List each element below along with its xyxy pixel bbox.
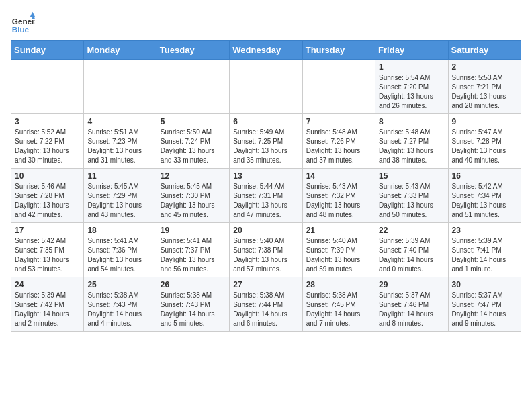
day-cell: 6Sunrise: 5:49 AM Sunset: 7:25 PM Daylig… <box>230 114 302 169</box>
day-cell <box>11 60 84 114</box>
day-info: Sunrise: 5:46 AM Sunset: 7:28 PM Dayligh… <box>15 182 80 220</box>
day-cell: 19Sunrise: 5:41 AM Sunset: 7:37 PM Dayli… <box>157 223 229 277</box>
day-info: Sunrise: 5:45 AM Sunset: 7:30 PM Dayligh… <box>161 182 226 220</box>
day-number: 18 <box>87 226 152 235</box>
weekday-header-sunday: Sunday <box>11 41 84 60</box>
day-cell: 10Sunrise: 5:46 AM Sunset: 7:28 PM Dayli… <box>11 169 84 223</box>
week-row-5: 24Sunrise: 5:39 AM Sunset: 7:42 PM Dayli… <box>11 277 521 332</box>
day-info: Sunrise: 5:53 AM Sunset: 7:21 PM Dayligh… <box>452 73 517 111</box>
weekday-header-wednesday: Wednesday <box>230 41 302 60</box>
logo-icon: General Blue <box>11 11 35 35</box>
day-cell: 22Sunrise: 5:39 AM Sunset: 7:40 PM Dayli… <box>375 223 448 277</box>
day-cell: 29Sunrise: 5:37 AM Sunset: 7:46 PM Dayli… <box>375 277 448 332</box>
day-cell: 21Sunrise: 5:40 AM Sunset: 7:39 PM Dayli… <box>302 223 375 277</box>
day-info: Sunrise: 5:41 AM Sunset: 7:37 PM Dayligh… <box>161 236 226 274</box>
day-info: Sunrise: 5:54 AM Sunset: 7:20 PM Dayligh… <box>379 73 444 111</box>
day-number: 17 <box>15 226 80 235</box>
day-cell: 24Sunrise: 5:39 AM Sunset: 7:42 PM Dayli… <box>11 277 84 332</box>
day-cell: 23Sunrise: 5:39 AM Sunset: 7:41 PM Dayli… <box>448 223 521 277</box>
weekday-header-friday: Friday <box>375 41 448 60</box>
day-number: 19 <box>161 226 226 235</box>
day-info: Sunrise: 5:41 AM Sunset: 7:36 PM Dayligh… <box>87 236 152 274</box>
day-cell: 5Sunrise: 5:50 AM Sunset: 7:24 PM Daylig… <box>157 114 229 169</box>
week-row-3: 10Sunrise: 5:46 AM Sunset: 7:28 PM Dayli… <box>11 169 521 223</box>
day-cell: 18Sunrise: 5:41 AM Sunset: 7:36 PM Dayli… <box>84 223 157 277</box>
calendar-table: SundayMondayTuesdayWednesdayThursdayFrid… <box>11 40 521 332</box>
day-number: 26 <box>161 280 226 289</box>
day-cell: 12Sunrise: 5:45 AM Sunset: 7:30 PM Dayli… <box>157 169 229 223</box>
day-info: Sunrise: 5:37 AM Sunset: 7:47 PM Dayligh… <box>452 291 517 328</box>
day-number: 28 <box>306 280 371 289</box>
day-info: Sunrise: 5:39 AM Sunset: 7:40 PM Dayligh… <box>379 236 444 274</box>
day-number: 1 <box>379 62 444 72</box>
day-number: 23 <box>452 226 517 235</box>
day-info: Sunrise: 5:39 AM Sunset: 7:41 PM Dayligh… <box>452 236 517 274</box>
day-cell: 28Sunrise: 5:38 AM Sunset: 7:45 PM Dayli… <box>302 277 375 332</box>
day-info: Sunrise: 5:43 AM Sunset: 7:32 PM Dayligh… <box>306 182 371 220</box>
day-number: 22 <box>379 226 444 235</box>
day-cell: 27Sunrise: 5:38 AM Sunset: 7:44 PM Dayli… <box>230 277 302 332</box>
day-cell: 26Sunrise: 5:38 AM Sunset: 7:43 PM Dayli… <box>157 277 229 332</box>
day-number: 3 <box>15 117 80 126</box>
day-cell: 15Sunrise: 5:43 AM Sunset: 7:33 PM Dayli… <box>375 169 448 223</box>
day-info: Sunrise: 5:48 AM Sunset: 7:27 PM Dayligh… <box>379 128 444 165</box>
day-cell: 4Sunrise: 5:51 AM Sunset: 7:23 PM Daylig… <box>84 114 157 169</box>
day-number: 14 <box>306 171 371 181</box>
day-number: 7 <box>306 117 371 126</box>
week-row-1: 1Sunrise: 5:54 AM Sunset: 7:20 PM Daylig… <box>11 60 521 114</box>
day-number: 30 <box>452 280 517 289</box>
day-cell: 1Sunrise: 5:54 AM Sunset: 7:20 PM Daylig… <box>375 60 448 114</box>
day-number: 4 <box>87 117 152 126</box>
day-number: 6 <box>233 117 298 126</box>
weekday-header-thursday: Thursday <box>302 41 375 60</box>
day-cell: 3Sunrise: 5:52 AM Sunset: 7:22 PM Daylig… <box>11 114 84 169</box>
day-number: 12 <box>161 171 226 181</box>
day-info: Sunrise: 5:44 AM Sunset: 7:31 PM Dayligh… <box>233 182 298 220</box>
day-cell <box>157 60 229 114</box>
day-number: 25 <box>87 280 152 289</box>
day-number: 13 <box>233 171 298 181</box>
day-cell <box>230 60 302 114</box>
day-number: 2 <box>452 62 517 72</box>
day-cell: 13Sunrise: 5:44 AM Sunset: 7:31 PM Dayli… <box>230 169 302 223</box>
day-cell: 20Sunrise: 5:40 AM Sunset: 7:38 PM Dayli… <box>230 223 302 277</box>
day-info: Sunrise: 5:50 AM Sunset: 7:24 PM Dayligh… <box>161 128 226 165</box>
day-cell: 9Sunrise: 5:47 AM Sunset: 7:28 PM Daylig… <box>448 114 521 169</box>
day-info: Sunrise: 5:38 AM Sunset: 7:43 PM Dayligh… <box>161 291 226 328</box>
day-info: Sunrise: 5:43 AM Sunset: 7:33 PM Dayligh… <box>379 182 444 220</box>
day-info: Sunrise: 5:52 AM Sunset: 7:22 PM Dayligh… <box>15 128 80 165</box>
day-info: Sunrise: 5:38 AM Sunset: 7:45 PM Dayligh… <box>306 291 371 328</box>
day-cell: 7Sunrise: 5:48 AM Sunset: 7:26 PM Daylig… <box>302 114 375 169</box>
day-number: 15 <box>379 171 444 181</box>
day-info: Sunrise: 5:38 AM Sunset: 7:44 PM Dayligh… <box>233 291 298 328</box>
day-number: 5 <box>161 117 226 126</box>
day-info: Sunrise: 5:39 AM Sunset: 7:42 PM Dayligh… <box>15 291 80 328</box>
day-number: 20 <box>233 226 298 235</box>
day-info: Sunrise: 5:38 AM Sunset: 7:43 PM Dayligh… <box>87 291 152 328</box>
day-info: Sunrise: 5:40 AM Sunset: 7:39 PM Dayligh… <box>306 236 371 274</box>
weekday-header-saturday: Saturday <box>448 41 521 60</box>
day-info: Sunrise: 5:48 AM Sunset: 7:26 PM Dayligh… <box>306 128 371 165</box>
day-number: 16 <box>452 171 517 181</box>
day-cell: 8Sunrise: 5:48 AM Sunset: 7:27 PM Daylig… <box>375 114 448 169</box>
svg-marker-2 <box>30 12 35 17</box>
day-number: 8 <box>379 117 444 126</box>
day-info: Sunrise: 5:47 AM Sunset: 7:28 PM Dayligh… <box>452 128 517 165</box>
day-cell: 16Sunrise: 5:42 AM Sunset: 7:34 PM Dayli… <box>448 169 521 223</box>
day-number: 9 <box>452 117 517 126</box>
day-number: 29 <box>379 280 444 289</box>
week-row-2: 3Sunrise: 5:52 AM Sunset: 7:22 PM Daylig… <box>11 114 521 169</box>
day-info: Sunrise: 5:42 AM Sunset: 7:35 PM Dayligh… <box>15 236 80 274</box>
svg-text:Blue: Blue <box>12 25 30 34</box>
day-info: Sunrise: 5:42 AM Sunset: 7:34 PM Dayligh… <box>452 182 517 220</box>
day-number: 21 <box>306 226 371 235</box>
weekday-header-tuesday: Tuesday <box>157 41 229 60</box>
day-number: 27 <box>233 280 298 289</box>
day-number: 10 <box>15 171 80 181</box>
day-info: Sunrise: 5:49 AM Sunset: 7:25 PM Dayligh… <box>233 128 298 165</box>
logo: General Blue <box>11 11 35 35</box>
day-cell: 2Sunrise: 5:53 AM Sunset: 7:21 PM Daylig… <box>448 60 521 114</box>
day-number: 24 <box>15 280 80 289</box>
day-cell: 11Sunrise: 5:45 AM Sunset: 7:29 PM Dayli… <box>84 169 157 223</box>
day-cell: 30Sunrise: 5:37 AM Sunset: 7:47 PM Dayli… <box>448 277 521 332</box>
